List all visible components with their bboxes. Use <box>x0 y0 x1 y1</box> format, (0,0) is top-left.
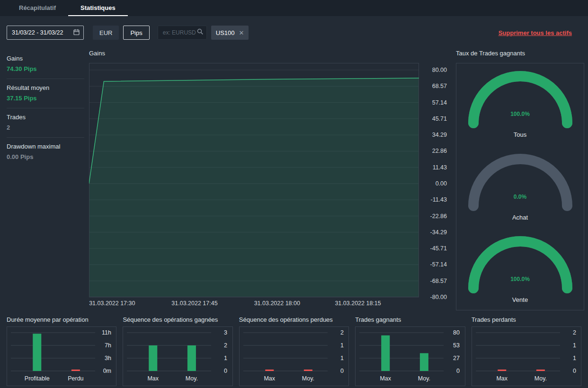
svg-text:Moy.: Moy. <box>302 375 314 382</box>
mini-chart-panel: 2110MaxMoy. <box>472 326 581 386</box>
stat-value: 0.00 Pips <box>7 153 84 160</box>
stat-gains: Gains 74.30 Pips <box>7 50 84 79</box>
asset-search <box>158 26 207 40</box>
date-range-value: 31/03/22 - 31/03/22 <box>12 29 63 36</box>
svg-text:80: 80 <box>453 329 460 336</box>
delete-all-assets-link[interactable]: Supprimer tous les actifs <box>499 29 572 36</box>
svg-text:Moy.: Moy. <box>186 375 198 382</box>
mini-bar-chart: 3210MaxMoy. <box>123 327 232 386</box>
mini-chart-title: Trades perdants <box>472 316 581 326</box>
svg-text:Max: Max <box>264 375 275 382</box>
svg-text:-34.29: -34.29 <box>430 229 447 236</box>
gauge-arc <box>468 153 572 212</box>
gauge-percent: 100.0% <box>468 111 572 117</box>
stat-label: Drawdown maximal <box>7 143 84 150</box>
gauge-percent: 100.0% <box>468 276 572 282</box>
mini-chart-panel: 11h7h3h0mProfitablePerdu <box>7 326 116 386</box>
mini-chart-title: Séquence des opérations perdues <box>239 316 349 326</box>
mini-chart-trades-perdants: Trades perdants 2110MaxMoy. <box>472 316 581 386</box>
currency-button[interactable]: EUR <box>93 26 119 40</box>
svg-text:31.03.2022 17:30: 31.03.2022 17:30 <box>89 300 135 307</box>
filters-toolbar: 31/03/22 - 31/03/22 EUR Pips <box>0 16 588 49</box>
mini-chart-duree: Durée moyenne par opération 11h7h3h0mPro… <box>7 316 116 386</box>
svg-text:Max: Max <box>380 375 392 382</box>
svg-text:1: 1 <box>340 342 344 349</box>
mini-chart-panel: 2110MaxMoy. <box>239 326 349 386</box>
svg-text:2: 2 <box>573 329 576 336</box>
mini-chart-panel: 8053270MaxMoy. <box>355 326 465 386</box>
svg-text:80.00: 80.00 <box>432 67 447 73</box>
gauge-label: Tous <box>514 131 526 138</box>
stat-label: Gains <box>7 55 84 62</box>
svg-text:3: 3 <box>224 329 227 336</box>
svg-text:-80.00: -80.00 <box>430 294 447 300</box>
search-icon <box>197 28 204 37</box>
gauge-arc <box>468 70 572 129</box>
svg-text:Profitable: Profitable <box>25 375 50 382</box>
stat-label: Trades <box>7 114 84 121</box>
svg-text:1: 1 <box>224 355 227 362</box>
mini-chart-sequence-perdues: Séquence des opérations perdues 2110MaxM… <box>239 316 349 386</box>
svg-text:-68.57: -68.57 <box>430 278 447 284</box>
mini-bar-chart: 2110MaxMoy. <box>472 327 581 386</box>
asset-chip-us100[interactable]: US100 ✕ <box>211 26 249 40</box>
svg-text:0m: 0m <box>103 368 111 374</box>
gauge-achat: 0.0% Achat <box>468 153 572 221</box>
summary-sidebar: Gains 74.30 Pips Résultat moyen 37.15 Pi… <box>7 50 84 167</box>
svg-text:3h: 3h <box>105 355 111 362</box>
chip-close-icon[interactable]: ✕ <box>239 30 244 36</box>
svg-text:11.43: 11.43 <box>433 164 447 171</box>
win-rate-section: Taux de Trades gagnants 100.0% Tous 0.0%… <box>456 50 584 310</box>
svg-text:68.57: 68.57 <box>432 83 447 89</box>
svg-text:0: 0 <box>573 368 576 374</box>
tab-recapitulatif[interactable]: Récapitulatif <box>7 0 68 16</box>
gauge-vente: 100.0% Vente <box>468 235 572 303</box>
mini-charts-row: Durée moyenne par opération 11h7h3h0mPro… <box>7 316 581 386</box>
calendar-icon <box>73 29 80 37</box>
mini-chart-title: Trades gagnants <box>355 316 465 326</box>
stat-resultat-moyen: Résultat moyen 37.15 Pips <box>7 79 84 108</box>
gauge-tous: 100.0% Tous <box>468 70 572 138</box>
mini-chart-panel: 3210MaxMoy. <box>123 326 232 386</box>
gauge-label: Achat <box>512 214 528 221</box>
svg-text:1: 1 <box>573 355 576 362</box>
mini-chart-trades-gagnants: Trades gagnants 8053270MaxMoy. <box>355 316 465 386</box>
svg-text:-57.14: -57.14 <box>430 261 447 268</box>
gains-line-chart: 80.0068.5757.1445.7134.2922.8611.430.00-… <box>89 63 448 311</box>
date-range-picker[interactable]: 31/03/22 - 31/03/22 <box>7 26 84 40</box>
stat-value: 74.30 Pips <box>7 65 84 72</box>
svg-text:-22.86: -22.86 <box>430 213 447 220</box>
svg-text:-11.43: -11.43 <box>430 196 447 203</box>
mini-chart-title: Séquence des opérations gagnées <box>123 316 232 326</box>
mini-bar-chart: 8053270MaxMoy. <box>356 327 464 386</box>
gains-chart-title: Gains <box>89 50 448 63</box>
svg-text:45.71: 45.71 <box>432 115 447 122</box>
asset-chip-label: US100 <box>216 29 235 36</box>
svg-text:2: 2 <box>340 329 344 336</box>
svg-text:Moy.: Moy. <box>418 375 430 382</box>
svg-text:Moy.: Moy. <box>534 375 546 382</box>
svg-text:Perdu: Perdu <box>68 375 83 382</box>
tab-statistiques[interactable]: Statistiques <box>68 0 128 16</box>
svg-text:34.29: 34.29 <box>432 132 447 138</box>
svg-text:1: 1 <box>340 355 344 362</box>
svg-text:Max: Max <box>496 375 508 382</box>
tab-bar: Récapitulatif Statistiques <box>0 0 588 16</box>
mini-chart-title: Durée moyenne par opération <box>7 316 116 326</box>
asset-search-input[interactable] <box>162 29 197 36</box>
svg-text:Max: Max <box>148 375 159 382</box>
svg-text:2: 2 <box>224 342 227 349</box>
svg-text:1: 1 <box>573 342 576 349</box>
stat-trades: Trades 2 <box>7 108 84 138</box>
svg-text:57.14: 57.14 <box>432 99 447 106</box>
pips-button[interactable]: Pips <box>123 26 149 40</box>
win-rate-panel: 100.0% Tous 0.0% Achat 100.0% Vente <box>456 63 584 310</box>
svg-text:31.03.2022 17:45: 31.03.2022 17:45 <box>171 300 217 307</box>
svg-text:0: 0 <box>456 368 460 374</box>
gauge-percent: 0.0% <box>468 194 572 200</box>
mini-chart-sequence-gagnees: Séquence des opérations gagnées 3210MaxM… <box>123 316 232 386</box>
trading-statistics-page: Récapitulatif Statistiques 31/03/22 - 31… <box>0 0 588 388</box>
svg-text:53: 53 <box>453 342 460 349</box>
stat-drawdown: Drawdown maximal 0.00 Pips <box>7 138 84 167</box>
gauge-arc <box>468 235 572 294</box>
